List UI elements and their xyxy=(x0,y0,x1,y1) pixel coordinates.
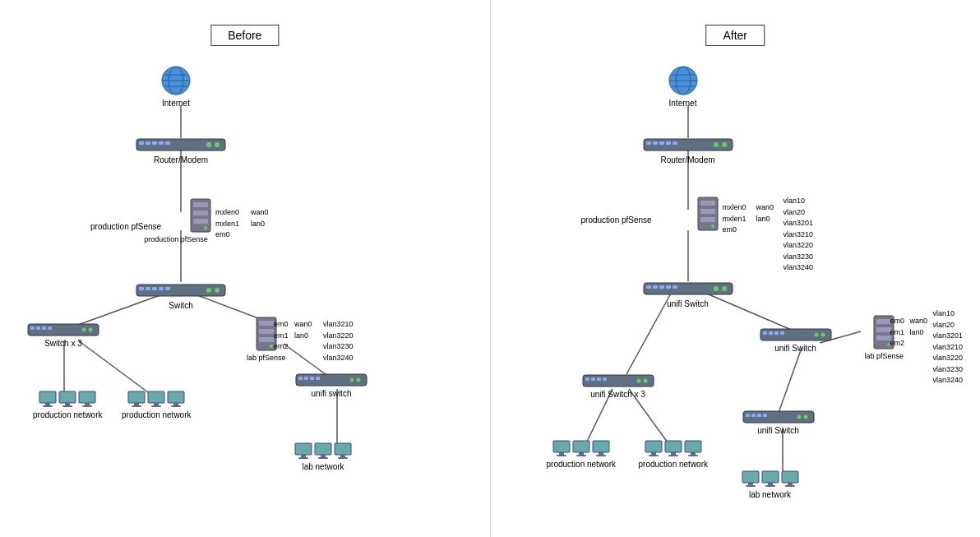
svg-rect-118 xyxy=(763,331,767,335)
after-pfsense-prod-wan-lan: wan0lan0 xyxy=(756,202,774,225)
svg-rect-32 xyxy=(165,287,170,290)
svg-rect-23 xyxy=(193,202,208,207)
before-switch-main-node: Switch xyxy=(135,281,227,310)
after-pfsense-prod-icon xyxy=(696,196,719,232)
svg-rect-43 xyxy=(45,403,50,405)
svg-point-40 xyxy=(82,328,86,332)
svg-rect-29 xyxy=(146,287,150,290)
before-pfsense-prod-node: production pfSense xyxy=(189,197,212,243)
svg-rect-62 xyxy=(259,329,274,334)
computer-icon xyxy=(294,442,312,461)
svg-rect-164 xyxy=(762,471,779,483)
svg-rect-24 xyxy=(193,211,208,215)
svg-rect-142 xyxy=(593,441,609,452)
svg-rect-56 xyxy=(151,405,161,407)
after-unifi-switch-bottom-node: unifi Switch xyxy=(742,410,816,435)
svg-rect-139 xyxy=(573,441,589,452)
after-internet-icon xyxy=(667,64,700,97)
after-unifi-switch-x3-node: unifi Switch x 3 xyxy=(581,373,655,399)
svg-rect-31 xyxy=(159,287,164,290)
svg-rect-50 xyxy=(82,405,92,407)
svg-rect-113 xyxy=(666,285,671,289)
svg-rect-153 xyxy=(688,455,698,456)
before-switch-main-icon xyxy=(135,281,227,299)
svg-rect-100 xyxy=(666,141,671,145)
svg-rect-68 xyxy=(310,377,314,380)
svg-rect-80 xyxy=(338,457,348,459)
computer-icon xyxy=(552,440,571,458)
svg-rect-30 xyxy=(152,287,157,290)
svg-point-33 xyxy=(206,288,211,293)
svg-rect-140 xyxy=(579,452,584,455)
svg-rect-53 xyxy=(132,405,141,407)
after-pfsense-prod-node xyxy=(696,196,719,232)
svg-rect-125 xyxy=(585,377,589,381)
after-unifi-switch2-icon xyxy=(759,327,833,342)
svg-point-41 xyxy=(89,328,93,332)
computer-icon xyxy=(127,391,146,409)
after-prod-net1-label: production network xyxy=(547,460,617,469)
after-prod-net1-computers xyxy=(552,440,610,458)
svg-line-7 xyxy=(284,344,329,377)
after-pfsense-prod-vlans: vlan10vlan20vlan3201vlan3210vlan3220vlan… xyxy=(784,196,814,274)
svg-rect-36 xyxy=(30,326,35,330)
after-pfsense-prod-label-left: production pfSense xyxy=(581,215,652,225)
after-router-label: Router/Modem xyxy=(660,155,714,164)
svg-rect-75 xyxy=(315,443,331,455)
svg-rect-42 xyxy=(39,391,56,403)
svg-rect-25 xyxy=(193,219,208,224)
before-lab-net-computers xyxy=(294,442,352,461)
before-lab-wan-lan: wan0lan0 xyxy=(294,319,312,341)
svg-rect-162 xyxy=(748,483,753,485)
computer-icon xyxy=(58,391,76,409)
after-router-icon xyxy=(642,136,734,154)
svg-point-130 xyxy=(643,379,647,383)
before-pfsense-lab-label: lab pfSense xyxy=(247,354,286,362)
svg-rect-137 xyxy=(559,452,564,455)
after-unifi-switch1-icon xyxy=(642,280,734,298)
svg-line-6 xyxy=(78,340,155,397)
svg-rect-45 xyxy=(59,391,76,403)
computer-icon xyxy=(39,391,57,409)
svg-rect-152 xyxy=(691,452,696,455)
computer-icon xyxy=(742,470,760,488)
svg-rect-15 xyxy=(139,141,144,145)
svg-rect-69 xyxy=(316,377,320,380)
before-pfsense-prod-icon xyxy=(189,197,212,234)
before-unifi-switch-label: unifi switch xyxy=(312,389,352,398)
svg-rect-73 xyxy=(301,455,306,457)
after-unifi-switch-bottom-label: unifi Switch xyxy=(757,426,799,435)
before-lines xyxy=(8,8,482,529)
after-pfsense-prod-ifaces: mxlen0mxlen1em0 xyxy=(723,202,747,236)
svg-point-64 xyxy=(270,345,273,348)
after-pfsense-lab-label: lab pfSense xyxy=(865,352,904,360)
before-unifi-switch-icon xyxy=(294,373,368,387)
computer-icon xyxy=(645,440,663,458)
svg-rect-76 xyxy=(321,455,326,457)
after-prod-net2-computers xyxy=(645,440,702,458)
svg-point-122 xyxy=(814,333,818,337)
before-router-node: Router/Modem xyxy=(135,136,227,164)
computer-icon xyxy=(334,442,352,461)
svg-rect-27 xyxy=(136,285,225,296)
after-unifi-switch-x3-icon xyxy=(581,373,655,388)
svg-rect-17 xyxy=(152,141,157,145)
before-prod-net1-label: production network xyxy=(33,410,103,419)
svg-rect-58 xyxy=(173,403,178,405)
svg-point-159 xyxy=(797,415,801,419)
svg-rect-47 xyxy=(62,405,72,407)
before-internet-icon xyxy=(159,64,192,97)
svg-rect-114 xyxy=(673,285,677,289)
svg-point-103 xyxy=(722,142,727,147)
svg-rect-66 xyxy=(298,377,303,380)
before-pfsense-prod-ifaces: mxlen0mxlen1em0 xyxy=(215,207,239,241)
svg-rect-51 xyxy=(128,391,145,403)
after-prod-net2-node: production network xyxy=(639,440,709,469)
before-lab-net-node: lab network xyxy=(294,442,352,471)
svg-rect-101 xyxy=(673,141,677,145)
after-lab-ifaces: em0em1em2 xyxy=(890,316,905,350)
before-unifi-switch-node: unifi switch xyxy=(294,373,368,398)
before-prod-net1-computers xyxy=(39,391,96,409)
after-unifi-switch-bottom-icon xyxy=(742,410,816,424)
before-switch-x3-icon xyxy=(26,322,100,337)
